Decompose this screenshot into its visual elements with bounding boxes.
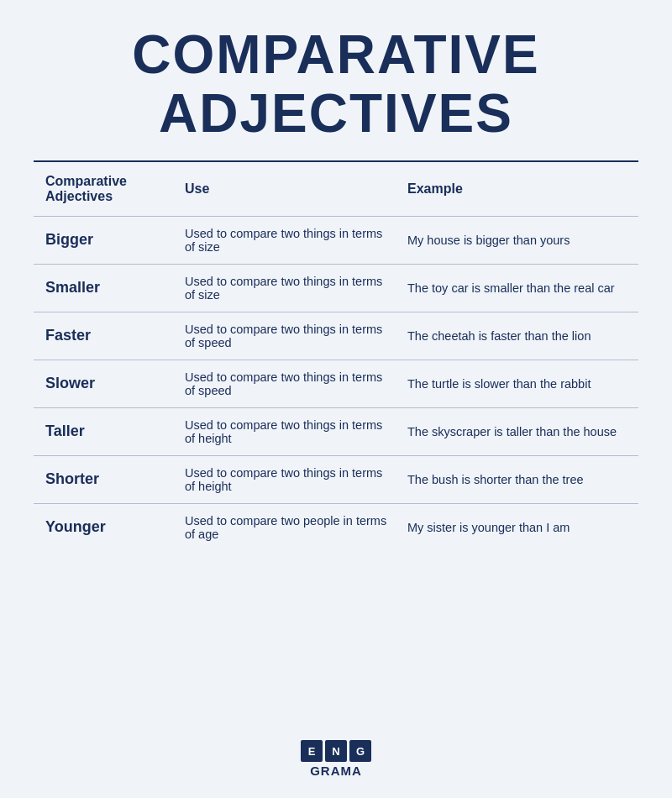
cell-example: My house is bigger than yours <box>399 216 638 264</box>
header-use: Use <box>176 162 399 217</box>
cell-adjective: Slower <box>34 360 176 407</box>
logo-box-n: N <box>325 740 347 762</box>
cell-example: The bush is shorter than the tree <box>399 455 638 503</box>
cell-example: The turtle is slower than the rabbit <box>399 360 638 407</box>
title-line1: COMPARATIVE <box>132 24 539 85</box>
logo-box-g: G <box>349 740 371 762</box>
cell-example: The toy car is smaller than the real car <box>399 264 638 312</box>
cell-adjective: Taller <box>34 407 176 455</box>
cell-use: Used to compare two people in terms of a… <box>176 503 399 551</box>
cell-example: My sister is younger than I am <box>399 503 638 551</box>
cell-adjective: Smaller <box>34 264 176 312</box>
cell-use: Used to compare two things in terms of s… <box>176 264 399 312</box>
cell-use: Used to compare two things in terms of s… <box>176 216 399 264</box>
table-row: SlowerUsed to compare two things in term… <box>34 360 638 407</box>
cell-example: The cheetah is faster than the lion <box>399 312 638 360</box>
logo-boxes: E N G <box>301 740 371 762</box>
title-line2: ADJECTIVES <box>159 83 513 144</box>
main-title: COMPARATIVE ADJECTIVES <box>34 25 638 144</box>
table-row: SmallerUsed to compare two things in ter… <box>34 264 638 312</box>
cell-adjective: Shorter <box>34 455 176 503</box>
cell-adjective: Bigger <box>34 216 176 264</box>
footer-logo: E N G GRAMA <box>301 740 371 778</box>
table-row: YoungerUsed to compare two people in ter… <box>34 503 638 551</box>
cell-use: Used to compare two things in terms of h… <box>176 455 399 503</box>
table-body: BiggerUsed to compare two things in term… <box>34 216 638 551</box>
header-example: Example <box>399 162 638 217</box>
table-row: BiggerUsed to compare two things in term… <box>34 216 638 264</box>
header-adjectives: Comparative Adjectives <box>34 162 176 217</box>
cell-use: Used to compare two things in terms of s… <box>176 360 399 407</box>
cell-adjective: Younger <box>34 503 176 551</box>
page-container: COMPARATIVE ADJECTIVES Comparative Adjec… <box>0 0 672 798</box>
cell-use: Used to compare two things in terms of h… <box>176 407 399 455</box>
table-row: FasterUsed to compare two things in term… <box>34 312 638 360</box>
table-row: ShorterUsed to compare two things in ter… <box>34 455 638 503</box>
table-container: Comparative Adjectives Use Example Bigge… <box>34 162 638 725</box>
cell-example: The skyscraper is taller than the house <box>399 407 638 455</box>
main-table: Comparative Adjectives Use Example Bigge… <box>34 162 638 551</box>
cell-adjective: Faster <box>34 312 176 360</box>
cell-use: Used to compare two things in terms of s… <box>176 312 399 360</box>
table-header-row: Comparative Adjectives Use Example <box>34 162 638 217</box>
title-section: COMPARATIVE ADJECTIVES <box>34 25 638 144</box>
table-row: TallerUsed to compare two things in term… <box>34 407 638 455</box>
logo-name: GRAMA <box>310 764 362 778</box>
logo-box-e: E <box>301 740 323 762</box>
